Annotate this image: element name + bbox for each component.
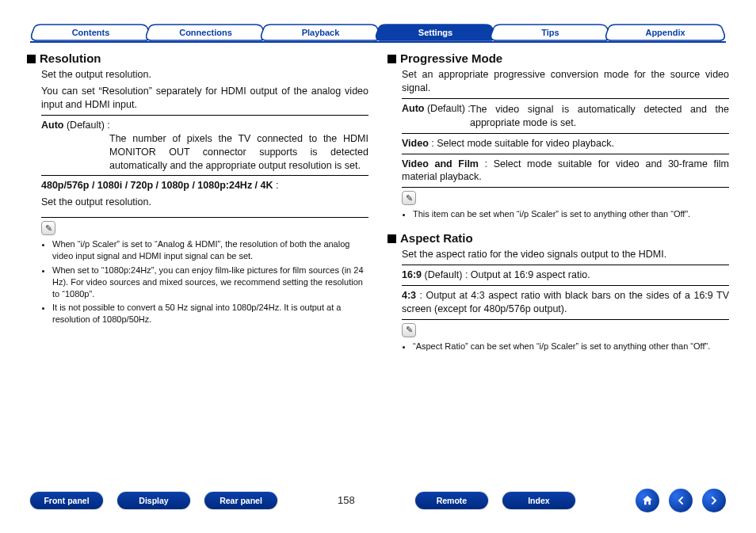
term: Video and Film xyxy=(402,158,479,169)
desc: : Output at 4:3 aspect ratio with black … xyxy=(402,290,729,314)
pill-remote[interactable]: Remote xyxy=(415,492,488,509)
top-tabs: Contents Connections Playback Settings T… xyxy=(30,24,726,43)
tab-label: Contents xyxy=(72,27,110,39)
page-number: 158 xyxy=(338,493,355,508)
term: 4:3 xyxy=(402,290,416,301)
term-auto: Auto xyxy=(41,120,63,131)
def-prog-video: Video : Select mode suitable for video p… xyxy=(402,134,729,154)
pill-rear-panel[interactable]: Rear panel xyxy=(204,492,277,509)
term: 16:9 xyxy=(402,269,422,280)
note-item: It is not possible to convert a 50 Hz si… xyxy=(52,302,368,326)
resolution-intro2: You can set “Resolution” separately for … xyxy=(41,85,368,112)
tab-tips[interactable]: Tips xyxy=(490,24,611,41)
tab-playback[interactable]: Playback xyxy=(260,24,381,41)
aspect-notes: “Aspect Ratio” can be set when “i/p Scal… xyxy=(402,341,729,352)
tab-label: Settings xyxy=(418,27,452,39)
resolution-notes: When “i/p Scaler” is set to “Analog & HD… xyxy=(41,238,368,326)
pencil-icon: ✎ xyxy=(41,221,55,235)
tab-label: Tips xyxy=(541,27,559,39)
def-prog-auto: Auto (Default) : The video signal is aut… xyxy=(402,98,729,134)
pill-index[interactable]: Index xyxy=(502,492,575,509)
term: Video xyxy=(402,138,429,149)
tab-label: Playback xyxy=(302,27,340,39)
term: Auto xyxy=(402,103,424,114)
desc: : Select mode suitable for video playbac… xyxy=(429,138,614,149)
tab-label: Appendix xyxy=(645,27,685,39)
note-item: When set to “1080p:24Hz”, you can enjoy … xyxy=(52,265,368,300)
desc: Output at 16:9 aspect ratio. xyxy=(471,269,590,280)
bottom-nav: Front panel Display Rear panel 158 Remot… xyxy=(30,489,726,512)
def-prog-vf: Video and Film : Select mode suitable fo… xyxy=(402,154,729,188)
tab-settings[interactable]: Settings xyxy=(375,24,496,41)
note-item: This item can be set when “i/p Scaler” i… xyxy=(413,208,729,220)
right-column: Progressive Mode Set an appropriate prog… xyxy=(388,51,729,355)
pencil-icon: ✎ xyxy=(402,323,416,337)
progressive-intro: Set an appropriate progressive conversio… xyxy=(402,68,729,95)
desc-auto: The number of pixels the TV connected to… xyxy=(41,132,368,173)
def-modes: 480p/576p / 1080i / 720p / 1080p / 1080p… xyxy=(41,176,368,218)
note-item: “Aspect Ratio” can be set when “i/p Scal… xyxy=(413,341,729,352)
heading-resolution: Resolution xyxy=(27,51,368,67)
def-43: 4:3 : Output at 4:3 aspect ratio with bl… xyxy=(402,286,729,320)
pill-display[interactable]: Display xyxy=(117,492,190,509)
left-column: Resolution Set the output resolution. Yo… xyxy=(27,51,368,355)
resolution-intro1: Set the output resolution. xyxy=(41,68,368,82)
progressive-notes: This item can be set when “i/p Scaler” i… xyxy=(402,208,729,220)
next-arrow-icon[interactable] xyxy=(702,489,726,512)
tab-connections[interactable]: Connections xyxy=(145,24,266,41)
def-169: 16:9 (Default) : Output at 16:9 aspect r… xyxy=(402,265,729,286)
home-icon[interactable] xyxy=(636,489,659,512)
def-auto: Auto (Default) : The number of pixels th… xyxy=(41,115,368,177)
desc-modes: Set the output resolution. xyxy=(41,196,368,209)
note-item: When “i/p Scaler” is set to “Analog & HD… xyxy=(52,238,368,262)
term-modes: 480p/576p / 1080i / 720p / 1080p / 1080p… xyxy=(41,180,273,191)
heading-progressive: Progressive Mode xyxy=(388,51,729,67)
aspect-intro: Set the aspect ratio for the video signa… xyxy=(402,248,729,261)
tab-contents[interactable]: Contents xyxy=(30,24,151,41)
heading-aspect: Aspect Ratio xyxy=(388,230,729,246)
prev-arrow-icon[interactable] xyxy=(669,489,693,512)
tab-label: Connections xyxy=(179,27,232,39)
tab-appendix[interactable]: Appendix xyxy=(605,24,726,41)
pill-front-panel[interactable]: Front panel xyxy=(30,492,103,509)
pencil-icon: ✎ xyxy=(402,191,416,205)
